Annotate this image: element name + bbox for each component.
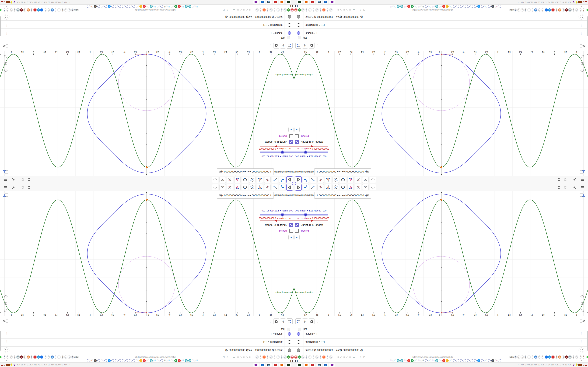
chat-tab-icon[interactable]: ◗ xyxy=(108,359,111,362)
tabstrip-expand-chevron[interactable]: ^ xyxy=(581,359,582,362)
shield-gray-icon[interactable]: ◉ xyxy=(568,8,571,12)
gear-icon[interactable] xyxy=(273,318,279,324)
star-icon[interactable]: ☆ xyxy=(68,8,71,12)
perpendicular-line-tool[interactable] xyxy=(318,177,324,183)
zoom-out-icon[interactable] xyxy=(580,308,585,313)
algebra-row-value[interactable]: funcs = {1.000000000000 + cos(4.00000000… xyxy=(306,349,363,351)
row-kebab-menu-icon[interactable]: ⋮ xyxy=(5,32,8,35)
record-red-icon[interactable] xyxy=(551,8,554,12)
star-icon[interactable]: ☆ xyxy=(68,355,71,359)
google-tab-icon[interactable]: G xyxy=(136,359,139,362)
collapse-group-button[interactable]: − xyxy=(298,328,301,331)
tray-expand-icon[interactable]: ^ xyxy=(69,364,70,366)
yandex-tab-icon[interactable]: Я xyxy=(178,5,181,8)
folder-icon[interactable]: ▭ xyxy=(233,9,235,11)
record-red-icon[interactable] xyxy=(34,8,37,12)
translate-icon[interactable]: A xyxy=(71,355,74,359)
visibility-toggle-circle[interactable] xyxy=(288,340,291,344)
algebra-row-value[interactable]: curves = {} xyxy=(271,32,282,35)
tab-dot-icon[interactable] xyxy=(237,356,239,358)
home-icon[interactable] xyxy=(579,68,585,73)
conic-through-points-tool[interactable] xyxy=(340,177,346,183)
green-tab-icon[interactable]: V xyxy=(411,359,414,362)
shield-icon[interactable]: ◇ xyxy=(360,356,362,358)
browser-address-bar[interactable]: https://www.geogebra.org/classic/aagcxh3… xyxy=(294,8,588,12)
zoom-in-icon[interactable] xyxy=(580,301,585,307)
point-tool[interactable]: A xyxy=(279,177,285,183)
translate-blue-icon[interactable]: A xyxy=(534,355,537,359)
scrollbar[interactable] xyxy=(587,16,588,36)
trash-icon[interactable]: ▯ xyxy=(30,355,33,359)
curvature-tangent-checkbox[interactable] xyxy=(295,223,299,227)
browser-tab-strip[interactable]: ❙❙ GG◎◎GЯVGGWGG◎iЯ▲G◗G+f ^ xyxy=(294,359,588,362)
green-bot-icon[interactable]: o xyxy=(287,355,290,359)
ext-flower-tab-icon[interactable] xyxy=(453,5,456,8)
google-tab-icon[interactable]: G xyxy=(404,5,407,8)
visibility-toggle-circle[interactable] xyxy=(297,15,300,18)
algebra-sort-icon[interactable] xyxy=(287,318,293,324)
ext-flower-tab-icon[interactable] xyxy=(115,5,118,8)
floppy64-task-icon[interactable]: 64 xyxy=(323,0,328,4)
google-tab-icon[interactable]: G xyxy=(153,359,156,362)
slider-tool[interactable]: a=2 xyxy=(219,184,226,190)
polygon-tool[interactable] xyxy=(257,177,263,183)
row-kebab-menu-icon[interactable]: ⋮ xyxy=(580,340,583,344)
conic-through-points-tool[interactable] xyxy=(242,177,248,183)
ext-flower-tab-icon[interactable] xyxy=(474,5,477,8)
google-tab-icon[interactable]: G xyxy=(153,5,156,8)
ext-flower-tab-icon[interactable] xyxy=(125,5,128,8)
terminal-task-icon[interactable]: >_ xyxy=(285,0,291,4)
algebra-row-value[interactable]: curves = {} xyxy=(306,32,317,35)
reload-icon[interactable]: ↻ xyxy=(524,355,527,359)
gear-icon[interactable] xyxy=(309,318,315,324)
zoom-out-icon[interactable] xyxy=(580,54,585,59)
scrollbar[interactable] xyxy=(0,16,1,36)
circle-center-point-tool[interactable] xyxy=(332,184,339,190)
arc-position-slider-knob[interactable] xyxy=(311,145,313,147)
visibility-toggle-circle[interactable] xyxy=(297,349,300,352)
ext-flower-tab-icon[interactable] xyxy=(125,359,128,362)
green-tab-icon[interactable]: V xyxy=(411,5,414,8)
floppy64-task-icon[interactable]: 64 xyxy=(323,363,328,367)
globe-icon[interactable]: ◎ xyxy=(284,355,287,359)
globe-icon[interactable]: ◎ xyxy=(269,8,273,12)
pen-icon[interactable]: ∕ xyxy=(531,355,534,359)
google-tab-icon[interactable]: G xyxy=(181,5,184,8)
zoom-level-badge[interactable]: 81% xyxy=(74,356,78,358)
trash-icon[interactable]: ▯ xyxy=(555,355,558,359)
bin-gray-icon[interactable]: ▯ xyxy=(23,355,26,359)
move-tool[interactable] xyxy=(295,176,302,183)
google-tab-icon[interactable]: G xyxy=(192,5,195,8)
arc-icon[interactable]: ◠ xyxy=(312,8,315,12)
firefox-icon[interactable]: ◠ xyxy=(322,8,326,12)
play-button[interactable] xyxy=(288,127,294,132)
add-blue-icon[interactable]: + xyxy=(40,355,43,359)
conic-through-points-tool[interactable] xyxy=(242,184,248,190)
move-graphics-tool[interactable] xyxy=(212,184,218,190)
floppy64-task-icon[interactable]: 64 xyxy=(260,0,265,4)
reload-icon[interactable]: ↻ xyxy=(61,355,64,359)
yandex-tab-icon[interactable]: Я xyxy=(407,359,410,362)
translate-blue-icon[interactable]: A xyxy=(534,8,537,12)
lock-icon[interactable]: ◻ xyxy=(223,356,225,358)
tabstrip-expand-chevron[interactable]: ^ xyxy=(6,5,7,8)
undo-icon[interactable] xyxy=(27,185,32,189)
chat-tab-icon[interactable]: ◗ xyxy=(477,5,480,8)
collapse-group-button[interactable]: − xyxy=(287,328,290,331)
fx-icon[interactable]: fx xyxy=(280,318,286,324)
ext-flower-tab-icon[interactable] xyxy=(456,5,459,8)
wikipedia-tab-icon[interactable]: W xyxy=(164,359,167,362)
pen-icon[interactable]: ∕ xyxy=(531,8,534,12)
yandex-tab-icon[interactable]: Я xyxy=(442,359,445,362)
purple-task-icon[interactable]: ● xyxy=(253,0,259,4)
info-tab-icon[interactable]: i xyxy=(439,5,442,8)
green-bot-icon[interactable]: o xyxy=(298,8,301,12)
perpendicular-line-tool[interactable] xyxy=(318,184,324,190)
url-text[interactable]: https://www.geogebra.org/classic/aagcxh3… xyxy=(135,356,175,358)
green-tab-icon[interactable]: V xyxy=(174,359,177,362)
arc-icon[interactable]: ◠ xyxy=(308,355,311,359)
google-tab-icon[interactable]: G xyxy=(484,359,487,362)
redo-icon[interactable] xyxy=(20,185,25,189)
google-tab-icon[interactable]: G xyxy=(195,5,198,8)
main-menu-icon[interactable] xyxy=(3,185,8,189)
